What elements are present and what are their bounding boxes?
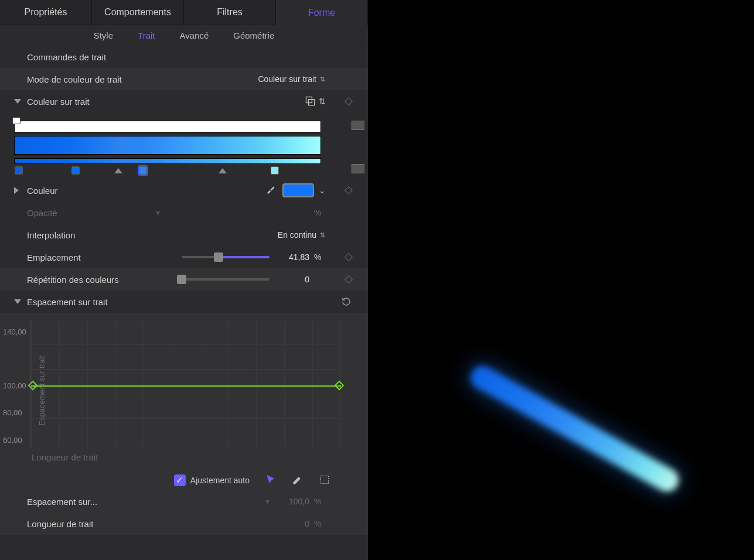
row-opacite: Opacité ▾ % [0, 202, 368, 224]
gradient-opacity-bar[interactable] [14, 121, 321, 132]
disclosure-couleur[interactable] [14, 187, 19, 194]
svg-rect-1 [309, 100, 315, 105]
slider-thumb[interactable] [214, 252, 223, 262]
spacing-graph[interactable]: 140,00 100,00 80,00 60,00 [30, 320, 341, 449]
unit-spacer [314, 275, 326, 284]
distribute-color-button[interactable] [352, 164, 364, 173]
chevron-updown-icon: ⇅ [320, 76, 326, 83]
gradient-stop[interactable] [271, 166, 279, 175]
chevron-updown-icon: ⇅ [320, 232, 326, 238]
label-emplacement: Emplacement [27, 252, 156, 262]
ytick: 140,00 [3, 327, 26, 336]
gradient-stop-selected[interactable] [139, 166, 147, 175]
tab-forme[interactable]: Forme [276, 0, 368, 25]
row-graph-tools: ✓ Ajustement auto [0, 468, 368, 490]
value-emplacement[interactable]: 41,83 [274, 252, 309, 262]
reset-icon[interactable] [341, 296, 352, 309]
label-color-on-stroke: Couleur sur trait [27, 97, 156, 107]
select-color-mode-value: Couleur sur trait [258, 74, 316, 84]
pencil-tool-icon[interactable] [292, 474, 303, 487]
chevron-updown-icon: ⇅ [319, 97, 326, 106]
gradient-stop[interactable] [15, 166, 23, 175]
slider-emplacement[interactable] [182, 256, 269, 258]
gradient-preset-icon[interactable]: ⇅ [305, 95, 326, 107]
select-color-mode[interactable]: Couleur sur trait ⇅ [258, 74, 326, 84]
select-interpolation-value: En continu [278, 230, 316, 240]
graph-keyframe[interactable] [28, 381, 37, 391]
row-couleur: Couleur ⌄ [0, 179, 368, 202]
graph-line [31, 385, 341, 387]
eyedropper-icon[interactable] [265, 183, 278, 198]
gradient-stop[interactable] [71, 166, 80, 175]
section-commands-title: Commandes de trait [0, 46, 368, 68]
inspector-scroll[interactable]: Commandes de trait Mode de couleur de tr… [0, 46, 368, 560]
value-espacement-sur[interactable]: 100,0 [274, 497, 309, 506]
gradient-preview-bar [14, 158, 321, 164]
color-swatch[interactable] [282, 183, 314, 197]
disclosure-spacing[interactable] [14, 299, 21, 304]
disclosure-color-on-stroke[interactable] [14, 99, 21, 104]
distribute-opacity-button[interactable] [352, 121, 364, 130]
graph-x-label: Longueur de trait [30, 449, 356, 462]
label-espacement-sur: Espacement sur... [27, 497, 156, 507]
slider-thumb[interactable] [177, 275, 186, 284]
ytick: 100,00 [3, 381, 26, 390]
chevron-down-icon[interactable]: ⌄ [319, 186, 326, 195]
canvas-viewport[interactable] [368, 0, 754, 560]
svg-rect-0 [306, 97, 312, 103]
unit-percent: % [314, 208, 326, 217]
label-spacing: Espacement sur trait [27, 297, 156, 307]
label-interpolation: Interpolation [27, 230, 156, 240]
row-emplacement: Emplacement 41,83 % [0, 246, 368, 268]
slider-repetition[interactable] [182, 278, 269, 281]
row-longueur-trait: Longueur de trait 0 % [0, 513, 368, 535]
row-color-mode: Mode de couleur de trait Couleur sur tra… [0, 68, 368, 90]
gradient-editor [0, 112, 368, 179]
ytick: 60,00 [3, 435, 22, 444]
select-interpolation[interactable]: En continu ⇅ [278, 230, 326, 240]
row-color-on-stroke: Couleur sur trait ⇅ [0, 90, 368, 112]
unit-percent: % [314, 519, 326, 528]
unit-percent: % [314, 252, 326, 262]
canvas-stroke-preview [466, 362, 683, 496]
top-tabs: Propriétés Comportements Filtres Forme [0, 0, 368, 25]
row-espacement-sur: Espacement sur... ▾ 100,0 % [0, 490, 368, 513]
subtab-style[interactable]: Style [94, 30, 113, 40]
label-opacite: Opacité [27, 208, 156, 218]
tab-proprietes[interactable]: Propriétés [0, 0, 92, 25]
pointer-tool-icon[interactable] [265, 474, 277, 487]
tab-comportements[interactable]: Comportements [92, 0, 184, 25]
opacity-stop-handle[interactable] [12, 117, 21, 124]
label-color-mode: Mode de couleur de trait [27, 74, 156, 84]
label-couleur: Couleur [27, 186, 156, 196]
subtab-geometrie[interactable]: Géométrie [233, 30, 274, 40]
label-repetition: Répétition des couleurs [27, 275, 156, 285]
svg-rect-2 [320, 476, 328, 483]
tab-filtres[interactable]: Filtres [184, 0, 276, 25]
subtab-avance[interactable]: Avancé [180, 30, 209, 40]
box-tool-icon[interactable] [319, 474, 330, 487]
row-repetition: Répétition des couleurs 0 [0, 268, 368, 291]
value-repetition[interactable]: 0 [274, 275, 309, 284]
checkbox-autofit[interactable]: ✓ [174, 474, 186, 486]
subtab-trait[interactable]: Trait [138, 30, 155, 40]
unit-percent: % [314, 497, 326, 506]
graph-keyframe[interactable] [335, 381, 344, 391]
label-autofit: Ajustement auto [190, 476, 250, 485]
value-longueur-trait[interactable]: 0 [274, 519, 309, 528]
gradient-stops [14, 165, 321, 177]
inspector-panel: Propriétés Comportements Filtres Forme S… [0, 0, 368, 560]
sub-tabs: Style Trait Avancé Géométrie [0, 25, 368, 46]
ytick: 80,00 [3, 408, 22, 417]
gradient-midpoint[interactable] [114, 168, 122, 173]
gradient-color-bar[interactable] [14, 136, 321, 155]
gradient-midpoint[interactable] [219, 168, 227, 173]
row-spacing-header: Espacement sur trait [0, 291, 368, 313]
row-interpolation: Interpolation En continu ⇅ [0, 224, 368, 246]
label-longueur-trait: Longueur de trait [27, 519, 156, 529]
spacing-graph-area: Espacement sur trait 140,00 100,00 80,00… [0, 313, 368, 468]
